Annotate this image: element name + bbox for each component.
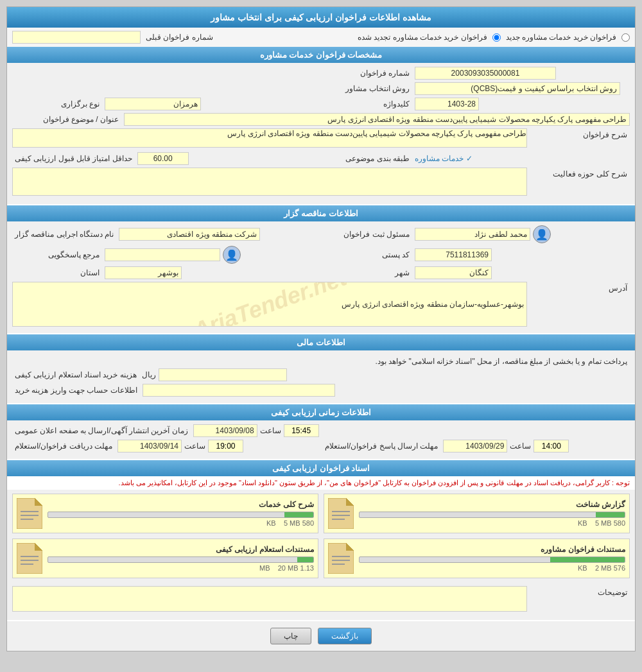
address-label: آدرس <box>527 282 630 295</box>
svg-rect-17 <box>21 556 39 557</box>
svg-marker-1 <box>346 498 354 506</box>
doc-icon-2 <box>328 543 354 574</box>
doc-item-3: مستندات استعلام ارزیابی کیفی 1.13 MB 20 … <box>12 538 318 578</box>
score-category-row: ✓ خدمات مشاوره طبقه بندی موضوعی حداقل ام… <box>12 152 630 165</box>
publish-row: ساعت زمان آخرین انتشار آگهی/ارسال به صفح… <box>12 424 630 437</box>
responsible-avatar: 👤 <box>533 225 551 243</box>
response-time-label: ساعت <box>510 442 531 451</box>
doc-item-0: گزارش شناخت 580 KB 5 MB <box>324 494 630 533</box>
doc-name-2: مستندات فراخوان مشاوره <box>359 545 625 554</box>
reference-label: مرجع پاسخگویی <box>12 249 102 261</box>
doc-progress-outer-1 <box>48 512 314 518</box>
receive-time-label: ساعت <box>184 442 205 451</box>
doc-info-0: گزارش شناخت 580 KB 5 MB <box>359 500 625 527</box>
province-input[interactable] <box>105 266 182 279</box>
radio-section: فراخوان خرید خدمات مشاوره جدید فراخوان خ… <box>7 28 635 47</box>
address-watermark-area: AriaTender.net <box>12 282 527 327</box>
subject-row: عنوان / موضوع فراخوان <box>12 113 630 126</box>
assessment-fee-input[interactable] <box>159 368 287 381</box>
doc-icon-1 <box>17 498 42 529</box>
publish-time-input[interactable] <box>284 424 319 437</box>
doc-icon-0 <box>328 498 354 529</box>
publish-label: زمان آخرین انتشار آگهی/ارسال به صفحه اعل… <box>12 425 191 436</box>
response-date-input[interactable] <box>443 440 507 452</box>
receive-deadline-label: مهلت دریافت فراخوان/استعلام <box>12 440 115 452</box>
keyword-input[interactable] <box>415 98 479 110</box>
prev-tender-input[interactable] <box>12 31 141 44</box>
documents-grid: گزارش شناخت 580 KB 5 MB <box>7 490 635 582</box>
doc-item-1: شرح کلی خدمات 580 KB 5 MB <box>12 494 318 533</box>
postal-label: کد پستی <box>322 249 412 261</box>
description-row: توضیحات <box>12 586 630 614</box>
reference-input[interactable] <box>105 248 220 261</box>
activity-area-label: شرح کلی حوزه فعالیت <box>527 168 630 180</box>
doc-name-0: گزارش شناخت <box>359 500 625 509</box>
doc-progress-inner-1 <box>284 512 313 517</box>
tender-number-row: شماره فراخوان <box>12 67 630 80</box>
contractor-info-header: اطلاعات مناقصه گزار <box>7 205 635 221</box>
min-score-label: حداقل امتیاز قابل قبول ارزیابی کیفی <box>12 153 135 164</box>
account-info-label: اطلاعات حساب جهت واریز هزینه خرید <box>12 384 140 396</box>
svg-rect-3 <box>332 515 350 516</box>
address-row: آدرس AriaTender.net <box>12 282 630 327</box>
timing-info-header: اطلاعات زمانی ارزیابی کیفی <box>7 404 635 420</box>
activity-area-textarea[interactable] <box>12 168 527 196</box>
category-value: ✓ خدمات مشاوره <box>415 154 473 163</box>
selection-method-input[interactable] <box>415 82 620 95</box>
selection-method-label: روش انتخاب مشاور <box>322 83 412 94</box>
postal-input[interactable] <box>415 248 492 261</box>
receive-date-input[interactable] <box>117 440 182 452</box>
deadlines-row: ساعت مهلت ارسال پاسخ فراخوان/استعلام ساع… <box>12 440 630 452</box>
doc-item-2: مستندات فراخوان مشاوره 576 KB 2 MB <box>324 538 630 578</box>
doc-progress-outer-0 <box>359 512 625 518</box>
city-label: شهر <box>322 267 412 279</box>
org-name-input[interactable] <box>119 228 260 241</box>
category-label: طبقه بندی موضوعی <box>322 153 412 164</box>
svg-rect-12 <box>332 556 350 557</box>
responsible-input[interactable] <box>415 228 530 241</box>
tender-number-input[interactable] <box>415 67 556 80</box>
org-responsible-row: 👤 مسئول ثبت فراخوان نام دستگاه اجرایی من… <box>12 225 630 243</box>
doc-progress-inner-0 <box>596 512 625 517</box>
subject-label: عنوان / موضوع فراخوان <box>12 114 121 125</box>
doc-size-2: 576 KB 2 MB <box>359 564 625 572</box>
doc-size-0: 580 KB 5 MB <box>359 519 625 527</box>
description-textarea[interactable] <box>12 128 527 148</box>
doc-name-3: مستندات استعلام ارزیابی کیفی <box>48 545 314 554</box>
assessment-fee-label: هزینه خرید اسناد استعلام ارزیابی کیفی <box>12 369 139 381</box>
keyword-label: کلیدواژه <box>322 98 412 110</box>
documents-header: اسناد فراخوان ارزیابی کیفی <box>7 460 635 476</box>
min-score-input[interactable] <box>137 152 189 165</box>
event-keyword-row: کلیدواژه نوع برگزاری <box>12 98 630 110</box>
svg-rect-9 <box>21 519 33 520</box>
svg-rect-4 <box>332 519 345 520</box>
print-button[interactable]: چاپ <box>270 628 311 644</box>
back-button[interactable]: بازگشت <box>318 628 372 644</box>
response-time-input[interactable] <box>534 440 569 452</box>
receive-time-input[interactable] <box>208 440 243 452</box>
subject-input[interactable] <box>124 113 630 126</box>
svg-rect-8 <box>21 515 39 516</box>
response-deadline-label: مهلت ارسال پاسخ فراخوان/استعلام <box>322 440 440 452</box>
address-input[interactable] <box>13 298 526 310</box>
event-type-label: نوع برگزاری <box>12 98 102 110</box>
event-type-input[interactable] <box>105 98 201 110</box>
doc-info-2: مستندات فراخوان مشاوره 576 KB 2 MB <box>359 545 625 572</box>
radio-new-label: فراخوان خرید خدمات مشاوره جدید <box>506 33 616 42</box>
account-info-input[interactable] <box>143 384 335 397</box>
main-title: مشاهده اطلاعات فراخوان ارزیابی کیفی برای… <box>7 7 635 28</box>
publish-date-input[interactable] <box>193 424 257 437</box>
description-label: شرح فراخوان <box>527 128 630 141</box>
prev-tender-label: شماره فراخوان قبلی <box>146 33 213 42</box>
description-textarea[interactable] <box>12 586 527 612</box>
province-city-row: شهر استان <box>12 266 630 279</box>
city-input[interactable] <box>415 266 492 279</box>
desc-label: توضیحات <box>527 586 630 599</box>
radio-renew[interactable] <box>492 33 501 42</box>
radio-new[interactable] <box>621 33 630 42</box>
ref-postal-row: کد پستی 👤 مرجع پاسخگویی <box>12 246 630 264</box>
doc-progress-inner-3 <box>297 557 313 562</box>
svg-rect-14 <box>332 564 345 565</box>
selection-method-row: روش انتخاب مشاور <box>12 82 630 95</box>
svg-rect-13 <box>332 560 350 561</box>
